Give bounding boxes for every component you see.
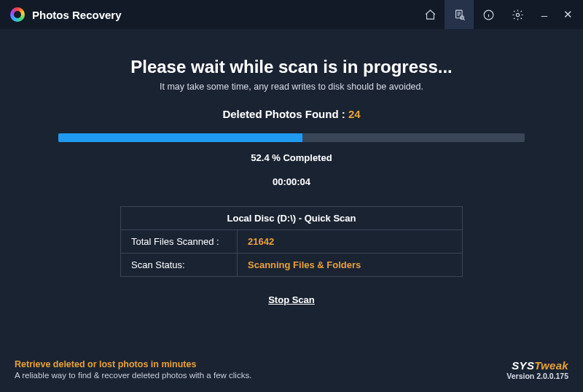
nav-home[interactable] <box>415 0 445 29</box>
status-label: Scan Status: <box>121 254 238 276</box>
window-close[interactable]: ✕ <box>561 8 574 21</box>
app-logo-icon <box>10 7 25 22</box>
percent-text: 52.4 % Completed <box>251 152 332 163</box>
nav-icons <box>415 0 532 29</box>
found-row: Deleted Photos Found : 24 <box>222 108 360 120</box>
nav-info[interactable] <box>474 0 503 29</box>
scan-headline: Please wait while scan is in progress... <box>130 57 453 77</box>
files-value: 21642 <box>238 230 462 253</box>
row-files: Total Files Scanned : 21642 <box>121 230 462 253</box>
row-status: Scan Status: Scanning Files & Folders <box>121 253 462 276</box>
details-header: Local Disc (D:\) - Quick Scan <box>121 207 462 230</box>
svg-point-3 <box>516 13 519 16</box>
gear-icon <box>512 9 524 21</box>
footer-tagline: Retrieve deleted or lost photos in minut… <box>15 359 251 369</box>
scan-icon <box>453 9 466 21</box>
nav-settings[interactable] <box>503 0 532 29</box>
nav-scan[interactable] <box>445 0 474 29</box>
found-label: Deleted Photos Found : <box>222 108 348 120</box>
window-minimize[interactable]: – <box>538 9 551 21</box>
progress-bar <box>58 133 525 142</box>
title-bar: Photos Recovery – ✕ <box>0 0 583 29</box>
scan-details: Local Disc (D:\) - Quick Scan Total File… <box>120 206 463 277</box>
status-value: Scanning Files & Folders <box>238 254 462 276</box>
scan-subline: It may take some time, any read writes t… <box>160 82 423 92</box>
brand-logo: SYSTweak <box>506 359 568 372</box>
stop-scan-link[interactable]: Stop Scan <box>268 294 315 305</box>
footer: Retrieve deleted or lost photos in minut… <box>0 353 583 392</box>
progress-fill <box>58 133 302 142</box>
home-icon <box>424 9 437 21</box>
app-title: Photos Recovery <box>32 9 122 21</box>
info-icon <box>482 9 495 21</box>
window-controls: – ✕ <box>538 8 577 21</box>
brand-part2: Tweak <box>534 359 568 372</box>
footer-tagdesc: A reliable way to find & recover deleted… <box>15 371 251 380</box>
brand-part1: SYS <box>512 359 534 372</box>
footer-right: SYSTweak Version 2.0.0.175 <box>506 359 568 380</box>
files-label: Total Files Scanned : <box>121 230 238 253</box>
main-content: Please wait while scan is in progress...… <box>0 29 583 353</box>
elapsed-time: 00:00:04 <box>273 176 310 187</box>
footer-left: Retrieve deleted or lost photos in minut… <box>15 359 251 380</box>
version-text: Version 2.0.0.175 <box>506 372 568 380</box>
found-count: 24 <box>348 108 361 120</box>
